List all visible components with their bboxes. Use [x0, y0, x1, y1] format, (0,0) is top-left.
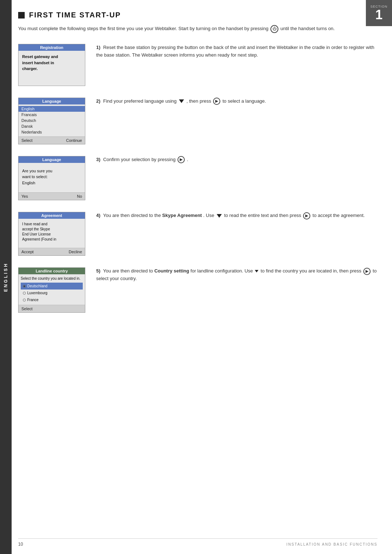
- steps-container: Registration Reset gateway and insert ha…: [18, 44, 377, 313]
- step-2-description: 2) Find your preferred language using , …: [96, 98, 377, 105]
- main-content: FIRST TIME START-UP You must complete th…: [18, 0, 377, 313]
- side-tab: ENGLISH: [0, 0, 12, 554]
- step-4-text-prefix: You are then directed to the: [103, 213, 162, 218]
- step-4-device-title: Agreement: [19, 212, 85, 219]
- step-1-row: Registration Reset gateway and insert ha…: [18, 44, 377, 86]
- country-france: France: [21, 296, 83, 303]
- step-4-body-line-1: I have read and: [22, 222, 81, 227]
- step-5-device-title: Landline country: [19, 268, 85, 274]
- down-arrow-icon-2: [179, 99, 184, 103]
- step-4-device: Agreement I have read and accept the Sky…: [18, 212, 85, 256]
- then-press-text: , then press: [187, 98, 213, 104]
- step-3-device-footer: Yes No: [19, 192, 85, 200]
- language-list: English Francais Deutsch Dansk Nederland…: [19, 106, 85, 135]
- step-4-description: 4) You are then directed to the Skype Ag…: [96, 212, 377, 219]
- section-badge: SECTION 1: [366, 0, 392, 26]
- step-3-body-line-1: Are you sure you: [22, 168, 81, 174]
- step-5-text-bold: Country setting: [154, 268, 189, 274]
- step-2-device-footer: Select Continue: [19, 136, 85, 144]
- step-3-body-line-2: want to select:: [22, 174, 81, 180]
- step-1-body-line-2: insert handset in: [22, 60, 81, 66]
- lang-francais: Francais: [19, 112, 85, 118]
- step-5-device-body: Select the country you are located in. D…: [19, 274, 85, 305]
- page-footer: 10 INSTALLATION AND BASIC FUNCTIONS: [18, 538, 377, 547]
- footer-label: INSTALLATION AND BASIC FUNCTIONS: [286, 542, 377, 546]
- down-arrow-icon-5: [255, 270, 258, 272]
- step-2-number: 2): [96, 98, 101, 104]
- lang-nederlands: Nederlands: [19, 129, 85, 135]
- step-1-description: 1) Reset the base station by pressing th…: [96, 44, 377, 59]
- step-3-device-title: Language: [19, 156, 85, 163]
- step-4-body-line-4: Agreement (Found in: [22, 237, 81, 242]
- step-3-description: 3) Confirm your selection by pressing ▶ …: [96, 156, 377, 164]
- down-arrow-icon-4: [217, 214, 222, 218]
- step-4-footer-decline: Decline: [69, 250, 82, 254]
- step-5-row: Landline country Select the country you …: [18, 267, 377, 313]
- step-4-text-bold: Skype Agreement: [162, 213, 202, 218]
- step-5-text-end: to find the country you are located in, …: [261, 268, 363, 274]
- radio-luxembourg: [23, 292, 26, 295]
- country-deutschland: Deutschland: [21, 283, 83, 290]
- step-2-text-prefix: Find your preferred language using: [103, 98, 178, 104]
- step-2-text-suffix: to select a language.: [222, 98, 266, 104]
- step-5-text-prefix: You are then directed to: [103, 268, 154, 274]
- step-1-device-title: Registration: [19, 44, 85, 51]
- step-1-device-body: Reset gateway and insert handset in char…: [19, 51, 85, 86]
- step-4-number: 4): [96, 213, 101, 218]
- page-title-row: FIRST TIME START-UP: [18, 11, 377, 19]
- step-4-footer-accept: Accept: [21, 250, 34, 254]
- step-3-text-end: .: [187, 157, 188, 162]
- step-4-text-middle: . Use: [203, 213, 216, 218]
- step-3-device: Language Are you sure you want to select…: [18, 156, 85, 201]
- lang-english: English: [19, 106, 85, 112]
- ok-button-icon-3: ▶: [177, 156, 185, 163]
- step-1-device: Registration Reset gateway and insert ha…: [18, 44, 85, 86]
- ok-button-icon-4: ▶: [303, 212, 310, 219]
- country-luxembourg: Luxembourg: [21, 290, 83, 296]
- ok-button-icon-5: ▶: [363, 268, 371, 275]
- step-3-device-body: Are you sure you want to select: English: [19, 163, 85, 193]
- step-3-row: Language Are you sure you want to select…: [18, 156, 377, 201]
- step-4-row: Agreement I have read and accept the Sky…: [18, 212, 377, 256]
- title-square-icon: [18, 12, 25, 19]
- step-1-number: 1): [96, 45, 101, 50]
- lang-dansk: Dansk: [19, 123, 85, 129]
- radio-france: [23, 299, 26, 301]
- side-tab-label: ENGLISH: [3, 262, 8, 292]
- lang-deutsch: Deutsch: [19, 118, 85, 123]
- step-2-device: Language English Francais Deutsch Dansk …: [18, 98, 85, 144]
- step-1-text: Reset the base station by pressing the b…: [96, 45, 374, 58]
- step-5-description: 5) You are then directed to Country sett…: [96, 267, 377, 283]
- step-3-footer-yes: Yes: [21, 194, 28, 198]
- ok-button-icon-2: ▶: [213, 98, 220, 105]
- step-1-body-line-3: charger.: [22, 66, 81, 72]
- step-4-text-end: to accept the agreement.: [313, 213, 365, 218]
- radio-deutschland: [23, 285, 26, 288]
- step-3-footer-no: No: [77, 194, 82, 198]
- power-icon: [270, 25, 278, 33]
- intro-paragraph: You must complete the following steps th…: [18, 25, 377, 33]
- step-4-body-line-2: accept the Skype: [22, 227, 81, 232]
- step-5-device: Landline country Select the country you …: [18, 267, 85, 313]
- step-4-body-line-3: End User License: [22, 232, 81, 237]
- step-3-text: Confirm your selection by pressing: [103, 157, 177, 162]
- step-4-device-body: I have read and accept the Skype End Use…: [19, 219, 85, 248]
- page-title: FIRST TIME START-UP: [29, 11, 121, 19]
- step-2-footer-select: Select: [21, 138, 33, 143]
- step-5-device-footer: Select: [19, 305, 85, 312]
- step-1-body-line-1: Reset gateway and: [22, 54, 81, 60]
- step-2-device-title: Language: [19, 98, 85, 104]
- step-3-number: 3): [96, 157, 101, 162]
- step-3-body-line-3: English: [22, 180, 81, 186]
- step-4-text-suffix: to read the entire text and then press: [224, 213, 302, 218]
- step-5-text-suffix: for landline configuration. Use: [191, 268, 254, 274]
- step-5-footer-select: Select: [21, 307, 33, 311]
- step-2-row: Language English Francais Deutsch Dansk …: [18, 98, 377, 144]
- section-number: 1: [375, 8, 383, 21]
- step-5-body-header: Select the country you are located in.: [21, 276, 83, 281]
- step-4-device-footer: Accept Decline: [19, 248, 85, 255]
- step-2-lang-list: English Francais Deutsch Dansk Nederland…: [19, 104, 85, 136]
- step-2-footer-continue: Continue: [66, 138, 82, 143]
- step-5-number: 5): [96, 268, 101, 274]
- page-number: 10: [18, 542, 23, 547]
